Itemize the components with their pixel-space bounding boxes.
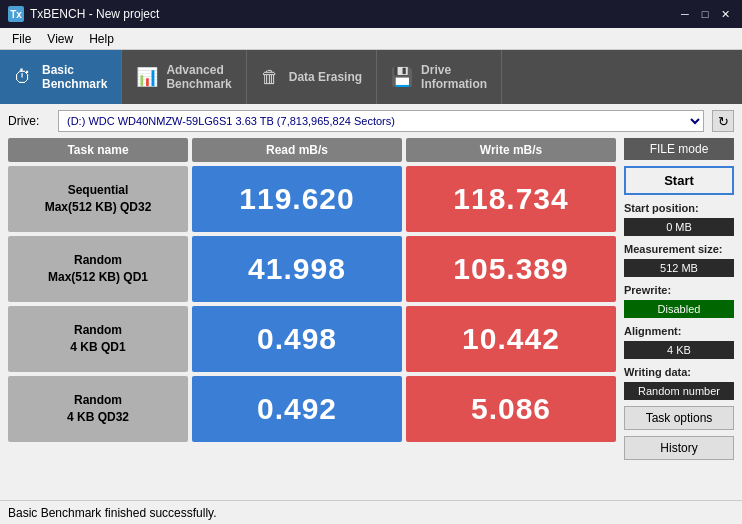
- row-read-1: 41.998: [192, 236, 402, 302]
- measurement-size-value: 512 MB: [624, 259, 734, 277]
- row-write-0: 118.734: [406, 166, 616, 232]
- right-panel: FILE mode Start Start position: 0 MB Mea…: [624, 138, 734, 494]
- task-options-button[interactable]: Task options: [624, 406, 734, 430]
- close-button[interactable]: ✕: [716, 6, 734, 22]
- row-label-0: SequentialMax(512 KB) QD32: [8, 166, 188, 232]
- status-text: Basic Benchmark finished successfully.: [8, 506, 217, 520]
- drive-info-icon: 💾: [391, 66, 413, 88]
- menu-bar: File View Help: [0, 28, 742, 50]
- prewrite-value: Disabled: [624, 300, 734, 318]
- drive-refresh-button[interactable]: ↻: [712, 110, 734, 132]
- row-write-1: 105.389: [406, 236, 616, 302]
- advanced-benchmark-icon: 📊: [136, 66, 158, 88]
- tab-data-erasing[interactable]: 🗑 Data Erasing: [247, 50, 377, 104]
- drive-label: Drive:: [8, 114, 50, 128]
- tab-basic-label: BasicBenchmark: [42, 63, 107, 92]
- tab-drive-information[interactable]: 💾 DriveInformation: [377, 50, 502, 104]
- header-task-name: Task name: [8, 138, 188, 162]
- window-controls: ─ □ ✕: [676, 6, 734, 22]
- table-row: RandomMax(512 KB) QD1 41.998 105.389: [8, 236, 616, 302]
- table-row: Random4 KB QD32 0.492 5.086: [8, 376, 616, 442]
- drive-row: Drive: (D:) WDC WD40NMZW-59LG6S1 3.63 TB…: [8, 110, 734, 132]
- table-header: Task name Read mB/s Write mB/s: [8, 138, 616, 162]
- prewrite-label: Prewrite:: [624, 284, 734, 296]
- writing-data-value: Random number: [624, 382, 734, 400]
- table-row: Random4 KB QD1 0.498 10.442: [8, 306, 616, 372]
- data-erasing-icon: 🗑: [261, 67, 281, 88]
- tab-advanced-benchmark[interactable]: 📊 AdvancedBenchmark: [122, 50, 246, 104]
- tab-bar: ⏱ BasicBenchmark 📊 AdvancedBenchmark 🗑 D…: [0, 50, 742, 104]
- drive-select[interactable]: (D:) WDC WD40NMZW-59LG6S1 3.63 TB (7,813…: [58, 110, 704, 132]
- status-bar: Basic Benchmark finished successfully.: [0, 500, 742, 524]
- row-read-3: 0.492: [192, 376, 402, 442]
- tab-erasing-label: Data Erasing: [289, 70, 362, 84]
- row-read-0: 119.620: [192, 166, 402, 232]
- alignment-label: Alignment:: [624, 325, 734, 337]
- benchmark-area: Task name Read mB/s Write mB/s Sequentia…: [8, 138, 616, 494]
- alignment-value: 4 KB: [624, 341, 734, 359]
- menu-help[interactable]: Help: [81, 30, 122, 48]
- measurement-size-label: Measurement size:: [624, 243, 734, 255]
- window-title: TxBENCH - New project: [30, 7, 159, 21]
- start-button[interactable]: Start: [624, 166, 734, 195]
- row-label-3: Random4 KB QD32: [8, 376, 188, 442]
- row-write-3: 5.086: [406, 376, 616, 442]
- header-write: Write mB/s: [406, 138, 616, 162]
- history-button[interactable]: History: [624, 436, 734, 460]
- row-label-1: RandomMax(512 KB) QD1: [8, 236, 188, 302]
- table-row: SequentialMax(512 KB) QD32 119.620 118.7…: [8, 166, 616, 232]
- tab-drive-label: DriveInformation: [421, 63, 487, 92]
- row-read-2: 0.498: [192, 306, 402, 372]
- tab-basic-benchmark[interactable]: ⏱ BasicBenchmark: [0, 50, 122, 104]
- content-area: Task name Read mB/s Write mB/s Sequentia…: [8, 138, 734, 494]
- file-mode-button[interactable]: FILE mode: [624, 138, 734, 160]
- start-position-label: Start position:: [624, 202, 734, 214]
- row-label-2: Random4 KB QD1: [8, 306, 188, 372]
- title-bar: Tx TxBENCH - New project ─ □ ✕: [0, 0, 742, 28]
- maximize-button[interactable]: □: [696, 6, 714, 22]
- app-icon: Tx: [8, 6, 24, 22]
- writing-data-label: Writing data:: [624, 366, 734, 378]
- header-read: Read mB/s: [192, 138, 402, 162]
- tab-advanced-label: AdvancedBenchmark: [166, 63, 231, 92]
- row-write-2: 10.442: [406, 306, 616, 372]
- start-position-value: 0 MB: [624, 218, 734, 236]
- menu-view[interactable]: View: [39, 30, 81, 48]
- basic-benchmark-icon: ⏱: [14, 67, 34, 88]
- menu-file[interactable]: File: [4, 30, 39, 48]
- minimize-button[interactable]: ─: [676, 6, 694, 22]
- main-content: Drive: (D:) WDC WD40NMZW-59LG6S1 3.63 TB…: [0, 104, 742, 500]
